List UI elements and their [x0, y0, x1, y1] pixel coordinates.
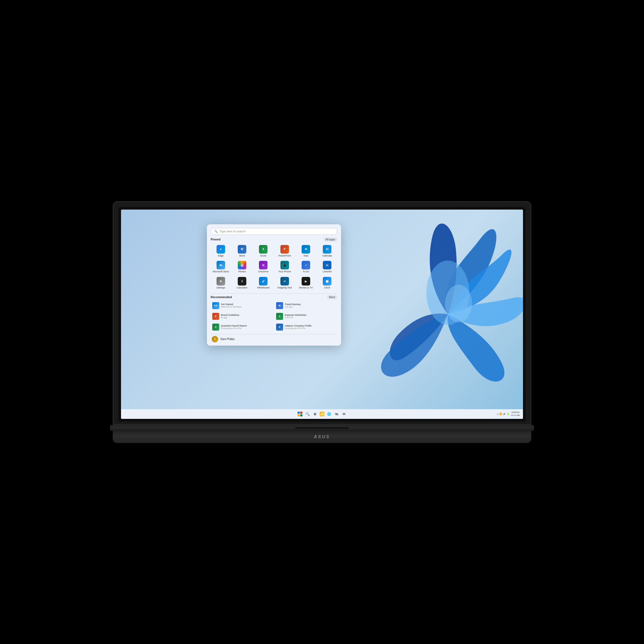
settings-label: Settings: [216, 286, 225, 289]
svg-point-1: [445, 285, 472, 322]
linkedin-label: LinkedIn: [323, 270, 332, 273]
taskbar-center: 🔍 ⊞ 📁 🌐 🛍 ✉: [297, 411, 347, 417]
system-tray: △ 📶 🔊 🔋: [497, 413, 510, 415]
taskbar-taskview[interactable]: ⊞: [312, 411, 318, 417]
calendar-label: Calendar: [322, 254, 332, 257]
whiteboard-label: Whiteboard: [257, 286, 269, 289]
pinned-app-excel[interactable]: XExcel: [253, 244, 273, 259]
pinned-app-whiteboard[interactable]: 🖊Whiteboard: [253, 276, 273, 291]
more-button[interactable]: More: [327, 295, 337, 299]
linkedin-icon: in: [323, 261, 331, 269]
pinned-app-calculator[interactable]: #Calculator: [232, 276, 252, 291]
recommended-header: Recommended More: [211, 295, 337, 299]
movies-&-tv-label: Movies & TV: [299, 286, 313, 289]
settings-icon: ⚙: [217, 277, 225, 286]
pinned-app-photos[interactable]: 🌸Photos: [232, 259, 252, 275]
tray-battery: 🔋: [507, 413, 510, 415]
rec-text-quarterly-payroll-report: Quarterly Payroll ReportYesterday at 4:2…: [221, 324, 272, 330]
taskbar-edge[interactable]: 🌐: [326, 411, 332, 417]
search-icon: 🔍: [214, 230, 218, 233]
start-button[interactable]: [297, 411, 303, 417]
tray-sound: 🔊: [503, 413, 506, 415]
pinned-label: Pinned: [211, 238, 221, 241]
user-bar: S Sara Philips: [211, 334, 337, 343]
pinned-app-snipping-tool[interactable]: ✂Snipping Tool: [275, 276, 295, 291]
recommended-grid: GSGet StartedWelcome to WindowsWTravel I…: [211, 301, 337, 332]
travel-itinerary-rec-icon: W: [276, 302, 283, 309]
laptop-base: [110, 425, 534, 431]
movies-&-tv-icon: ▶: [302, 277, 310, 286]
calculator-icon: #: [238, 277, 246, 286]
taskbar-mail[interactable]: ✉: [341, 411, 347, 417]
rec-title: Travel Itinerary: [285, 303, 336, 306]
pinned-app-powerpoint[interactable]: PPowerPoint: [275, 244, 295, 259]
win-sq-4: [300, 414, 302, 416]
your-phone-label: Your Phone: [278, 270, 291, 273]
search-bar[interactable]: 🔍 Type here to search: [211, 228, 337, 235]
win-sq-3: [298, 414, 300, 416]
laptop-bottom: ASUS: [113, 431, 531, 443]
pinned-app-clock[interactable]: 🕐Clock: [317, 276, 337, 291]
pinned-app-movies-&-tv[interactable]: ▶Movies & TV: [296, 276, 316, 291]
rec-text-adatum-company-profile: Adatum Company ProfileYesterday at 3:13 …: [285, 324, 336, 330]
pinned-app-linkedin[interactable]: inLinkedIn: [317, 259, 337, 275]
pinned-app-onedrive[interactable]: NOneDrive: [253, 259, 273, 275]
word-label: Word: [239, 254, 245, 257]
rec-item-travel-itinerary[interactable]: WTravel Itinerary1 hr ago: [275, 301, 337, 310]
pinned-app-edge[interactable]: eEdge: [211, 244, 231, 259]
expense-worksheet-rec-icon: X: [276, 313, 283, 320]
windows-logo: [298, 412, 302, 416]
calendar-icon: 31: [323, 245, 331, 254]
recommended-label: Recommended: [211, 295, 232, 299]
taskbar-explorer[interactable]: 📁: [320, 412, 324, 416]
powerpoint-icon: P: [280, 245, 289, 254]
taskbar-right: △ 📶 🔊 🔋 00/00/01 13:11 AM: [497, 411, 520, 417]
snipping-tool-icon: ✂: [280, 277, 289, 286]
pinned-apps-grid: eEdgeWWordXExcelPPowerPoint✉Mail31Calend…: [211, 244, 337, 291]
photos-icon: 🌸: [238, 261, 246, 269]
taskbar-search[interactable]: 🔍: [305, 411, 310, 417]
windows-swirl: [373, 210, 523, 419]
pinned-app-word[interactable]: WWord: [232, 244, 252, 259]
win-sq-1: [298, 412, 300, 414]
clock: 00/00/01 13:11 AM: [511, 411, 520, 417]
rec-subtitle: 1 hr ago: [285, 306, 336, 308]
whiteboard-icon: 🖊: [259, 277, 268, 286]
mail-icon: ✉: [302, 245, 310, 254]
taskbar-store[interactable]: 🛍: [334, 411, 339, 417]
rec-item-quarterly-payroll-report[interactable]: XQuarterly Payroll ReportYesterday at 4:…: [211, 322, 273, 332]
user-name: Sara Philips: [220, 338, 235, 341]
screen-bezel: 🔍 Type here to search Pinned All apps eE…: [118, 207, 526, 422]
rec-subtitle: Yesterday at 4:24 PM: [221, 327, 272, 330]
rec-title: Adatum Company Profile: [285, 324, 336, 327]
microsoft-store-icon: 🛍: [217, 261, 225, 269]
rec-item-expense-worksheet[interactable]: XExpense Worksheet1:25 PM: [275, 312, 337, 321]
divider: [211, 293, 337, 294]
rec-item-get-started[interactable]: GSGet StartedWelcome to Windows: [211, 301, 273, 310]
rec-title: Quarterly Payroll Report: [221, 324, 272, 327]
time: 13:11 AM: [511, 414, 520, 417]
rec-title: Expense Worksheet: [285, 314, 336, 316]
laptop: 🔍 Type here to search Pinned All apps eE…: [107, 201, 537, 443]
rec-item-brand-guidelines[interactable]: PBrand Guidelines3h ago: [211, 312, 273, 321]
rec-item-adatum-company-profile[interactable]: PAdatum Company ProfileYesterday at 3:13…: [275, 322, 337, 332]
pinned-app-to-do[interactable]: ✓To Do: [296, 259, 316, 275]
pinned-app-microsoft-store[interactable]: 🛍Microsoft Store: [211, 259, 231, 275]
microsoft-store-label: Microsoft Store: [213, 270, 229, 273]
all-apps-button[interactable]: All apps: [323, 237, 337, 241]
rec-text-travel-itinerary: Travel Itinerary1 hr ago: [285, 303, 336, 308]
brand-guidelines-rec-icon: P: [212, 313, 219, 320]
pinned-app-your-phone[interactable]: 📱Your Phone: [275, 259, 295, 275]
pinned-app-calendar[interactable]: 31Calendar: [317, 244, 337, 259]
clock-label: Clock: [324, 286, 330, 289]
date: 00/00/01: [511, 411, 520, 414]
pinned-app-mail[interactable]: ✉Mail: [296, 244, 316, 259]
clock-icon: 🕐: [323, 277, 331, 286]
rec-text-brand-guidelines: Brand Guidelines3h ago: [221, 314, 272, 319]
rec-subtitle: Yesterday at 3:13 PM: [285, 327, 336, 330]
screen: 🔍 Type here to search Pinned All apps eE…: [121, 210, 523, 419]
get-started-rec-icon: GS: [212, 302, 219, 309]
edge-icon: e: [217, 245, 225, 254]
calculator-label: Calculator: [237, 286, 248, 289]
pinned-app-settings[interactable]: ⚙Settings: [211, 276, 231, 291]
